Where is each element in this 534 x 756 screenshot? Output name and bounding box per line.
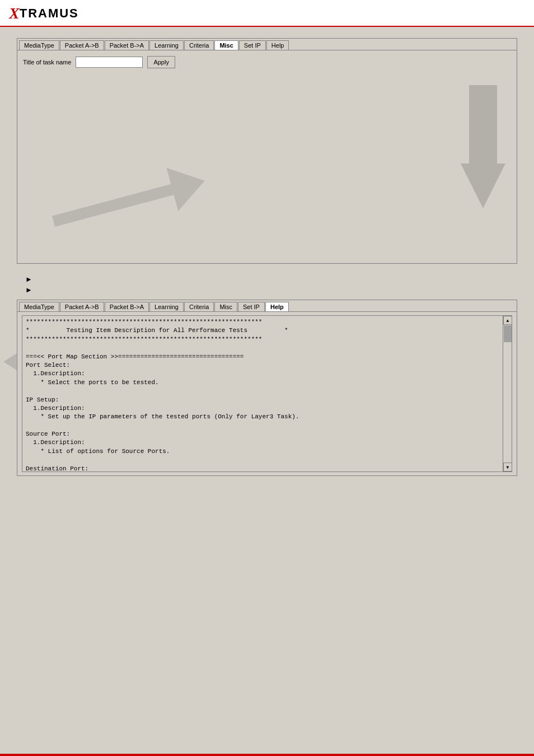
help-line-8: IP Setup: [26, 396, 498, 404]
help-line-12: 1.Description: [26, 438, 498, 447]
footer-bar [0, 754, 534, 756]
arrow-watermark-diagonal [45, 148, 214, 255]
help-scroll-area[interactable]: ****************************************… [22, 315, 512, 472]
title-label: Title of task name [23, 59, 71, 66]
help-line-5: Port Select: [26, 361, 498, 370]
scrollbar-thumb[interactable] [504, 325, 512, 342]
help-line-2: * Testing Item Description for All Perfo… [26, 326, 498, 335]
tab-help-top[interactable]: Help [266, 40, 289, 50]
scrollbar-down-button[interactable]: ▼ [503, 463, 512, 472]
tab-packet-ab-top[interactable]: Packet A->B [60, 40, 104, 50]
top-panel-body: Title of task name Apply [17, 50, 517, 263]
help-line-1: ****************************************… [26, 318, 498, 326]
logo-x: X [9, 4, 20, 22]
bottom-tab-bar: MediaType Packet A->B Packet B->A Learni… [17, 300, 517, 312]
tab-learning-bottom[interactable]: Learning [149, 302, 184, 311]
apply-button[interactable]: Apply [147, 56, 175, 68]
logo-text: TRAMUS [20, 6, 79, 21]
bullet-arrow-2: ► [25, 286, 32, 294]
tab-criteria-top[interactable]: Criteria [184, 40, 214, 50]
tab-misc-top[interactable]: Misc [214, 40, 238, 50]
scrollbar[interactable]: ▲ ▼ [503, 316, 512, 472]
tab-misc-bottom[interactable]: Misc [214, 302, 237, 311]
tab-packet-ba-top[interactable]: Packet B->A [105, 40, 149, 50]
bullet-item-2: ► [25, 286, 517, 294]
help-line-10: * Set up the IP parameters of the tested… [26, 413, 498, 421]
header: XTRAMUS [0, 0, 534, 27]
title-input[interactable] [76, 57, 143, 68]
help-line-13: * List of options for Source Ports. [26, 447, 498, 456]
help-line-6: 1.Description: [26, 370, 498, 378]
tab-setip-top[interactable]: Set IP [239, 40, 266, 50]
help-line-7: * Select the ports to be tested. [26, 379, 498, 387]
tab-mediatype-bottom[interactable]: MediaType [19, 302, 59, 311]
title-row: Title of task name Apply [23, 56, 511, 68]
bullets-section: ► ► [25, 275, 517, 294]
tab-mediatype-top[interactable]: MediaType [19, 40, 59, 50]
top-tab-bar: MediaType Packet A->B Packet B->A Learni… [17, 39, 517, 50]
bullet-item-1: ► [25, 275, 517, 283]
tab-packet-ba-bottom[interactable]: Packet B->A [105, 302, 149, 311]
top-panel: MediaType Packet A->B Packet B->A Learni… [17, 38, 517, 264]
help-line-4: ===<< Port Map Section >>===============… [26, 353, 498, 361]
help-line-blank4 [26, 456, 498, 464]
bottom-panel: MediaType Packet A->B Packet B->A Learni… [17, 300, 517, 476]
help-body: ****************************************… [17, 312, 517, 475]
tab-setip-bottom[interactable]: Set IP [238, 302, 265, 311]
help-line-14: Destination Port: [26, 465, 498, 472]
help-line-blank3 [26, 422, 498, 430]
tab-criteria-bottom[interactable]: Criteria [184, 302, 214, 311]
tab-learning-top[interactable]: Learning [149, 40, 184, 50]
bullet-arrow-1: ► [25, 275, 32, 283]
help-line-11: Source Port: [26, 430, 498, 438]
help-line-3: ****************************************… [26, 335, 498, 344]
arrow-watermark-right [461, 85, 505, 210]
tab-packet-ab-bottom[interactable]: Packet A->B [60, 302, 104, 311]
watermark-area [23, 74, 511, 253]
help-line-blank1 [26, 344, 498, 352]
help-line-blank2 [26, 387, 498, 395]
help-text-content: ****************************************… [26, 318, 508, 472]
main-content: MediaType Packet A->B Packet B->A Learni… [0, 27, 534, 498]
scrollbar-up-button[interactable]: ▲ [503, 316, 512, 325]
tab-help-bottom[interactable]: Help [265, 302, 289, 311]
help-line-9: 1.Description: [26, 404, 498, 413]
